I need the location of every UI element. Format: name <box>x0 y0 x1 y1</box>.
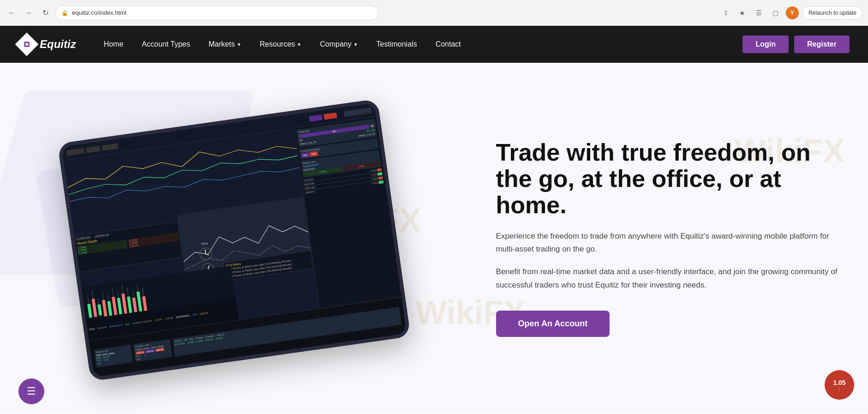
hero-section: ® WikiFX WikiFX WikiFX <box>0 63 868 414</box>
hero-description-1: Experience the freedom to trade from any… <box>496 230 840 257</box>
nav-links: Home Account Types Markets ▼ Resources ▼… <box>104 40 743 48</box>
window-icon[interactable]: ▢ <box>769 6 782 19</box>
reload-button[interactable]: ↻ <box>39 6 52 19</box>
share-icon[interactable]: ⇧ <box>719 6 732 19</box>
resources-dropdown-arrow: ▼ <box>297 42 301 47</box>
nav-home[interactable]: Home <box>104 40 124 48</box>
hero-description-2: Benefit from real-time market data and a… <box>496 265 840 292</box>
price-ticker-widget[interactable]: 1.05 ↑ <box>825 370 854 400</box>
lock-icon: 🔒 <box>61 10 68 16</box>
svg-line-6 <box>206 253 209 256</box>
nav-account-types[interactable]: Account Types <box>142 40 190 48</box>
nav-buttons: Login Register <box>742 36 850 53</box>
url-text: equitiz.co/index.html <box>72 9 126 16</box>
navbar: Equitiz Home Account Types Markets ▼ Res… <box>0 26 868 63</box>
chat-float-button[interactable]: ☰ <box>18 378 44 404</box>
browser-actions: ⇧ ★ ☰ ▢ Y Relaunch to update <box>719 6 862 19</box>
svg-line-5 <box>205 249 206 254</box>
hero-right-panel: Trade with true freedom, on the go, at t… <box>478 112 868 365</box>
chat-icon: ☰ <box>27 385 36 397</box>
back-button[interactable]: ← <box>6 6 18 19</box>
tablet-screen: EUR/USD USD/RUB Maret Depth 1.3764 1.376… <box>62 103 407 377</box>
markets-dropdown-arrow: ▼ <box>237 42 241 47</box>
tablet-device: EUR/USD USD/RUB Maret Depth 1.3764 1.376… <box>58 99 411 381</box>
login-button[interactable]: Login <box>742 36 789 53</box>
price-ticker-icon: ↑ <box>838 386 841 391</box>
nav-markets[interactable]: Markets ▼ <box>209 40 241 48</box>
trading-chart: EUR/USD USD/RUB Maret Depth 1.3764 1.376… <box>64 128 319 341</box>
trading-platform-ui: EUR/USD USD/RUB Maret Depth 1.3764 1.376… <box>62 103 407 377</box>
hero-left-panel: EUR/USD USD/RUB Maret Depth 1.3764 1.376… <box>0 100 478 377</box>
nav-testimonials[interactable]: Testimonials <box>377 40 417 48</box>
forward-button[interactable]: → <box>22 6 35 19</box>
register-button[interactable]: Register <box>794 36 850 53</box>
extensions-icon[interactable]: ☰ <box>753 6 766 19</box>
hero-heading: Trade with true freedom, on the go, at t… <box>496 139 840 219</box>
open-account-button[interactable]: Open An Account <box>496 311 610 337</box>
address-bar[interactable]: 🔒 equitiz.co/index.html <box>55 6 378 20</box>
relaunch-button[interactable]: Relaunch to update <box>802 6 862 19</box>
company-dropdown-arrow: ▼ <box>353 42 358 47</box>
nav-company[interactable]: Company ▼ <box>320 40 358 48</box>
bookmark-icon[interactable]: ★ <box>736 6 749 19</box>
nav-contact[interactable]: Contact <box>436 40 461 48</box>
browser-chrome: ← → ↻ 🔒 equitiz.co/index.html ⇧ ★ ☰ ▢ Y … <box>0 0 868 26</box>
profile-button[interactable]: Y <box>786 6 799 19</box>
logo[interactable]: Equitiz <box>18 36 76 53</box>
logo-diamond-icon <box>15 33 39 56</box>
nav-resources[interactable]: Resources ▼ <box>260 40 301 48</box>
logo-text: Equitiz <box>40 38 76 51</box>
price-ticker-value: 1.05 <box>833 379 845 386</box>
